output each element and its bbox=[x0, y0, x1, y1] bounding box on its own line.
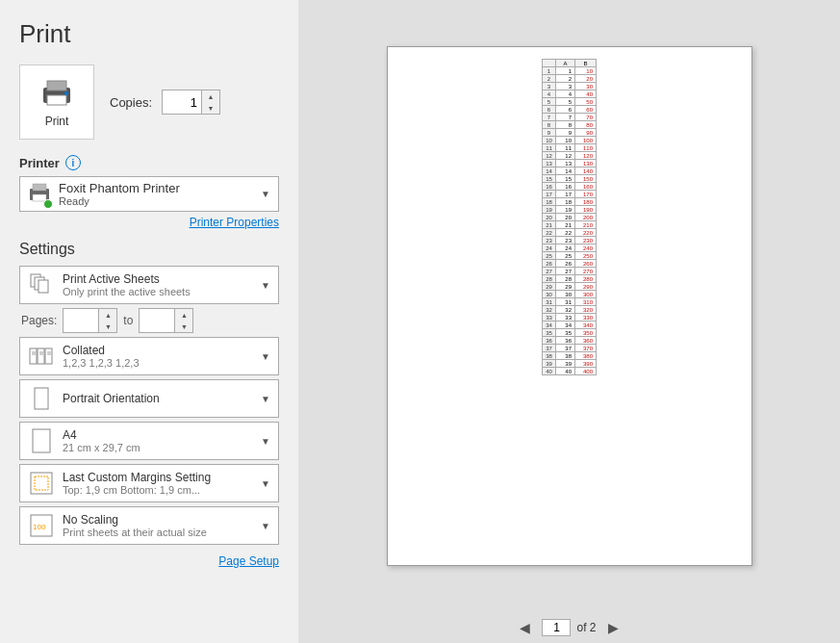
col-b-cell: 370 bbox=[575, 345, 597, 352]
scaling-row[interactable]: 100 No Scaling Print sheets at their act… bbox=[19, 506, 279, 545]
table-row: 4440 bbox=[543, 90, 597, 98]
pages-to-up[interactable]: ▲ bbox=[175, 309, 192, 321]
svg-rect-5 bbox=[33, 184, 46, 191]
collation-text: Collated 1,2,3 1,2,3 1,2,3 bbox=[63, 344, 253, 369]
table-row: 2929290 bbox=[543, 283, 597, 291]
svg-point-3 bbox=[64, 91, 68, 95]
col-a-cell: 7 bbox=[556, 114, 575, 121]
table-row: 1010100 bbox=[543, 137, 597, 144]
table-row: 2626260 bbox=[543, 260, 597, 268]
col-a-cell: 36 bbox=[556, 337, 575, 345]
next-page-button[interactable]: ▶ bbox=[602, 618, 624, 637]
row-number-cell: 30 bbox=[543, 291, 556, 298]
row-number-cell: 32 bbox=[543, 306, 556, 314]
col-a-cell: 34 bbox=[556, 322, 575, 329]
col-a-cell: 39 bbox=[556, 360, 575, 368]
col-b-cell: 340 bbox=[575, 322, 597, 329]
printer-select-box[interactable]: Foxit Phantom Printer Ready ▼ bbox=[19, 176, 279, 212]
col-header-a: A bbox=[556, 60, 575, 67]
settings-section-label: Settings bbox=[19, 241, 279, 258]
pages-from-input[interactable] bbox=[64, 309, 98, 332]
current-page-input[interactable] bbox=[542, 619, 571, 636]
copies-down-button[interactable]: ▼ bbox=[202, 102, 219, 114]
col-b-cell: 150 bbox=[575, 175, 597, 183]
table-row: 3434340 bbox=[543, 322, 597, 329]
printer-properties-link[interactable]: Printer Properties bbox=[19, 216, 279, 229]
row-number-cell: 15 bbox=[543, 175, 556, 183]
scaling-main: No Scaling bbox=[63, 513, 253, 527]
col-b-cell: 140 bbox=[575, 167, 597, 175]
row-number-cell: 11 bbox=[543, 144, 556, 152]
row-number-cell: 1 bbox=[543, 67, 556, 75]
row-number-cell: 9 bbox=[543, 129, 556, 137]
table-row: 1313130 bbox=[543, 160, 597, 167]
col-b-cell: 280 bbox=[575, 275, 597, 283]
copies-input[interactable] bbox=[163, 93, 201, 112]
col-a-cell: 9 bbox=[556, 129, 575, 137]
table-row: 1212120 bbox=[543, 152, 597, 160]
col-a-cell: 16 bbox=[556, 183, 575, 191]
row-number-cell: 28 bbox=[543, 275, 556, 283]
row-number-cell: 34 bbox=[543, 322, 556, 329]
svg-rect-10 bbox=[30, 348, 37, 364]
col-a-cell: 6 bbox=[556, 106, 575, 114]
copies-up-button[interactable]: ▲ bbox=[202, 90, 219, 102]
pages-to-input[interactable] bbox=[140, 309, 174, 332]
col-b-cell: 130 bbox=[575, 160, 597, 167]
row-number-cell: 5 bbox=[543, 98, 556, 106]
paper-size-text: A4 21 cm x 29,7 cm bbox=[63, 428, 253, 453]
collation-sub: 1,2,3 1,2,3 1,2,3 bbox=[63, 357, 253, 369]
col-a-cell: 27 bbox=[556, 268, 575, 275]
col-a-cell: 21 bbox=[556, 221, 575, 229]
col-b-cell: 180 bbox=[575, 198, 597, 206]
print-button-area: Print Copies: ▲ ▼ bbox=[19, 64, 279, 140]
col-b-cell: 90 bbox=[575, 129, 597, 137]
margins-icon bbox=[28, 470, 55, 497]
orientation-main: Portrait Orientation bbox=[63, 392, 253, 405]
col-b-cell: 390 bbox=[575, 360, 597, 368]
print-scope-sub: Only print the active sheets bbox=[63, 286, 253, 297]
row-number-cell: 21 bbox=[543, 221, 556, 229]
col-a-cell: 28 bbox=[556, 275, 575, 283]
print-button[interactable]: Print bbox=[19, 64, 94, 140]
pages-from-up[interactable]: ▲ bbox=[99, 309, 116, 321]
paper-size-row[interactable]: A4 21 cm x 29,7 cm ▼ bbox=[19, 422, 279, 460]
row-number-cell: 4 bbox=[543, 90, 556, 98]
margins-sub: Top: 1,9 cm Bottom: 1,9 cm... bbox=[63, 484, 253, 496]
col-a-cell: 8 bbox=[556, 121, 575, 129]
page-setup-link[interactable]: Page Setup bbox=[19, 554, 279, 568]
collation-row[interactable]: Collated 1,2,3 1,2,3 1,2,3 ▼ bbox=[19, 337, 279, 375]
prev-page-button[interactable]: ◀ bbox=[514, 618, 536, 637]
table-row: 3535350 bbox=[543, 329, 597, 337]
row-number-cell: 14 bbox=[543, 167, 556, 175]
col-b-cell: 200 bbox=[575, 214, 597, 221]
row-number-cell: 6 bbox=[543, 106, 556, 114]
col-a-cell: 15 bbox=[556, 175, 575, 183]
row-number-cell: 24 bbox=[543, 244, 556, 252]
row-number-cell: 36 bbox=[543, 337, 556, 345]
printer-section-label: Printer i bbox=[19, 155, 279, 170]
row-number-cell: 18 bbox=[543, 198, 556, 206]
orientation-row[interactable]: Portrait Orientation ▼ bbox=[19, 379, 279, 418]
printer-name: Foxit Phantom Printer bbox=[59, 181, 253, 195]
col-b-cell: 110 bbox=[575, 144, 597, 152]
margins-row[interactable]: Last Custom Margins Setting Top: 1,9 cm … bbox=[19, 464, 279, 502]
pages-to-down[interactable]: ▼ bbox=[175, 321, 192, 332]
pages-from-wrap: ▲ ▼ bbox=[63, 308, 117, 333]
svg-rect-9 bbox=[38, 280, 48, 293]
col-header-rownum bbox=[543, 60, 556, 67]
page-title: Print bbox=[19, 19, 279, 49]
printer-info-icon[interactable]: i bbox=[65, 155, 81, 170]
scaling-text: No Scaling Print sheets at their actual … bbox=[63, 513, 253, 538]
table-row: 2727270 bbox=[543, 268, 597, 275]
svg-rect-20 bbox=[33, 429, 50, 452]
table-row: 3030300 bbox=[543, 291, 597, 298]
row-number-cell: 12 bbox=[543, 152, 556, 160]
col-b-cell: 10 bbox=[575, 67, 597, 75]
pages-from-down[interactable]: ▼ bbox=[99, 321, 116, 332]
col-b-cell: 260 bbox=[575, 260, 597, 268]
col-b-cell: 160 bbox=[575, 183, 597, 191]
print-scope-row[interactable]: Print Active Sheets Only print the activ… bbox=[19, 266, 279, 304]
preview-table: A B 111022203330444055506660777088809990… bbox=[542, 59, 597, 375]
printer-status-dot bbox=[43, 199, 53, 209]
